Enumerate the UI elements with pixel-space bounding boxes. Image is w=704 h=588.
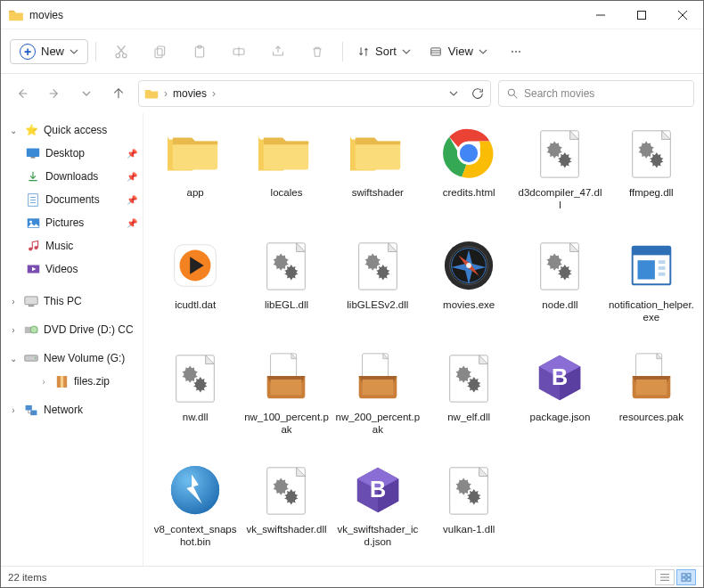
icons-view-button[interactable] [676,569,696,585]
cut-button[interactable] [103,36,139,68]
rename-button[interactable] [221,36,257,68]
file-item[interactable]: app [151,122,240,231]
sidebar-item-files-zip[interactable]: ›files.zip [1,370,143,393]
window-folder-icon [8,9,24,21]
sidebar-item-pictures[interactable]: Pictures📌 [1,211,143,234]
share-button[interactable] [260,36,296,68]
sidebar-item-quick-access[interactable]: ⌄⭐Quick access [1,118,143,142]
svg-rect-55 [25,296,37,304]
svg-point-60 [35,357,37,359]
file-item[interactable]: resources.pak [607,347,696,455]
file-label: libGLESv2.dll [347,298,408,311]
file-label: vk_swiftshader_icd.json [335,523,421,549]
file-item[interactable]: libGLESv2.dll [333,234,422,343]
file-item[interactable]: v8_context_snapshot.bin [151,459,240,566]
file-item[interactable]: libEGL.dll [241,234,331,343]
more-button[interactable]: ⋯ [498,36,534,68]
dll-icon [257,461,315,519]
file-item[interactable]: package.json [515,347,604,455]
file-item[interactable]: credits.html [424,122,513,231]
recent-button[interactable] [74,81,99,106]
dll-icon [348,236,407,295]
svg-rect-39 [431,47,441,54]
chevron-down-icon [479,47,487,56]
compass-icon [439,236,498,295]
sidebar-item-documents[interactable]: Documents📌 [1,188,143,211]
sidebar: ⌄⭐Quick access Desktop📌 Downloads📌 Docum… [1,113,143,566]
file-item[interactable]: movies.exe [424,234,513,343]
pak-icon [348,348,407,407]
address-bar[interactable]: › movies › [138,80,491,107]
file-item[interactable]: swiftshader [333,122,422,231]
sidebar-item-downloads[interactable]: Downloads📌 [1,165,143,188]
pictures-icon [26,216,40,230]
file-label: libEGL.dll [265,298,308,311]
file-label: v8_context_snapshot.bin [152,523,238,549]
window-title: movies [29,9,63,21]
file-item[interactable]: vulkan-1.dll [424,459,513,566]
dll-icon [530,236,589,295]
pin-icon: 📌 [127,218,137,228]
svg-line-32 [118,45,125,53]
svg-rect-64 [30,410,37,415]
vlc-icon [166,236,225,295]
music-icon [26,239,40,253]
drive-icon [24,351,38,365]
folder-icon [166,124,225,183]
svg-rect-63 [26,404,32,410]
minimize-button[interactable] [580,1,621,29]
file-item[interactable]: d3dcompiler_47.dll [515,122,604,231]
sidebar-item-desktop[interactable]: Desktop📌 [1,142,143,165]
svg-point-51 [29,220,32,223]
file-item[interactable]: vk_swiftshader.dll [241,459,331,566]
sidebar-item-network[interactable]: ›Network [1,398,143,421]
sidebar-item-music[interactable]: Music [1,234,143,257]
folder-icon [144,87,159,100]
close-button[interactable] [662,1,703,29]
forward-button[interactable] [42,81,67,106]
file-item[interactable]: vk_swiftshader_icd.json [333,459,422,566]
pak-icon [622,348,681,407]
chevron-down-icon [402,47,411,56]
sidebar-item-dvd[interactable]: ›DVD Drive (D:) CCCC [1,318,143,341]
details-view-button[interactable] [655,569,675,585]
file-item[interactable]: notification_helper.exe [607,234,696,343]
pc-icon [24,294,38,308]
file-item[interactable]: nw.dll [151,347,240,455]
file-item[interactable]: nw_100_percent.pak [241,347,331,455]
svg-rect-72 [682,577,685,580]
sidebar-item-this-pc[interactable]: ›This PC [1,290,143,313]
maximize-button[interactable] [621,1,662,29]
file-label: notification_helper.exe [609,298,694,324]
file-item[interactable]: ffmpeg.dll [607,122,696,231]
file-item[interactable]: node.dll [515,234,604,343]
file-item[interactable]: nw_elf.dll [424,347,513,455]
sort-button[interactable]: Sort [350,45,418,58]
search-input[interactable]: Search movies [498,80,694,107]
svg-point-29 [116,53,120,58]
zip-icon [54,374,69,388]
sidebar-item-new-volume[interactable]: ⌄New Volume (G:) [1,347,143,370]
file-item[interactable]: locales [241,122,331,231]
sidebar-item-videos[interactable]: Videos [1,257,143,281]
svg-rect-45 [31,157,36,159]
file-item[interactable]: nw_200_percent.pak [333,347,422,455]
back-button[interactable] [10,81,35,106]
file-label: app [187,186,204,199]
file-label: icudtl.dat [175,298,216,311]
breadcrumb[interactable]: movies [173,87,207,100]
up-button[interactable] [106,81,131,106]
chevron-down-icon[interactable] [449,89,458,98]
new-label: New [41,45,64,58]
file-label: ffmpeg.dll [629,186,674,199]
pin-icon: 📌 [127,149,137,159]
new-button[interactable]: + New [10,39,88,64]
svg-point-52 [29,247,32,250]
paste-button[interactable] [182,36,217,68]
refresh-icon[interactable] [471,86,485,101]
file-item[interactable]: icudtl.dat [151,234,240,343]
view-button[interactable]: View [422,45,495,58]
delete-button[interactable] [299,36,335,68]
copy-button[interactable] [143,36,178,68]
exe-icon [622,236,681,295]
